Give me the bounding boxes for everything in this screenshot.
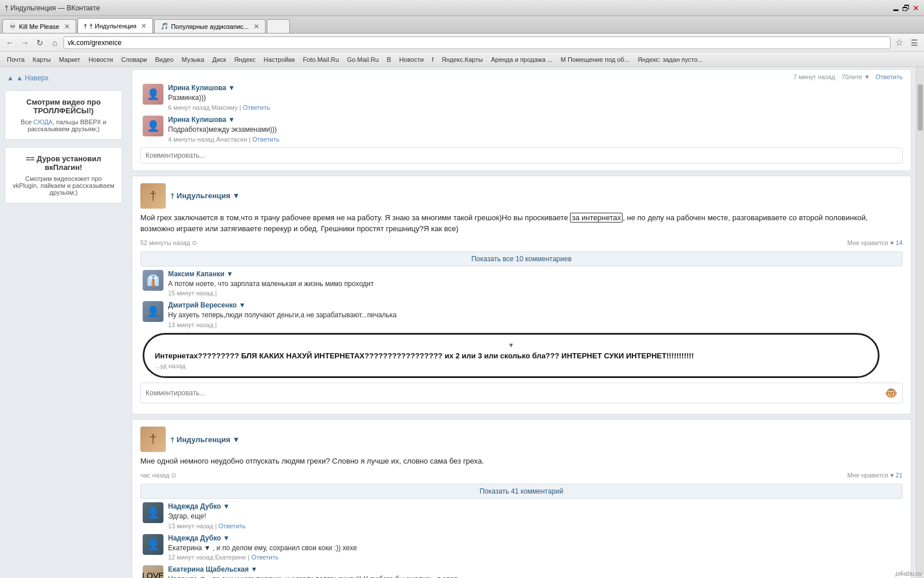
bookmark-nastroyki[interactable]: Настройки [260,55,298,64]
bookmark-star[interactable]: ☆ [893,36,906,49]
reply-link[interactable]: Ответить [243,104,270,111]
author-arrow-ind2: ▼ [232,435,240,444]
avatar-irina2: 👤 [143,116,163,136]
bookmark-fotomail[interactable]: Foto.Mail.Ru [299,55,342,64]
close-btn[interactable]: ✕ [912,3,919,13]
bookmark-zadano[interactable]: Яндекс: задан пусто... [634,55,706,64]
highlighted-comment: ▼ Интернетах????????? БЛЯ КАКИХ НАХУЙ ИН… [143,333,880,378]
comment-author-nadya1[interactable]: Надежда Дубко ▼ [168,502,900,510]
tab-killme[interactable]: 💀 Kill Me Please ✕ [2,19,76,33]
show-comments-btn-ind2[interactable]: Показать 41 комментарий [140,484,903,499]
tab-indulgence[interactable]: † † Индульгенция ✕ [77,18,153,33]
highlighted-author-arrow: ▼ [155,342,867,349]
reply-link2[interactable]: Ответить [252,136,280,143]
post-header-ind2: † † Индульгенция ▼ [140,427,903,452]
widget-link[interactable]: СЮДА [33,118,53,125]
scroll-top-reply: Ответить [875,73,903,80]
bookmark-pomesh[interactable]: М Помещение под об... [557,55,633,64]
indulgence-icon2: † [140,427,166,452]
tab-favicon: † [84,23,87,29]
reply-nadya2[interactable]: Ответить [251,554,278,561]
post-indulgence1: † † Индульгенция ▼ Мой грех заключается … [132,176,911,415]
bookmark-gomail[interactable]: Go.Mail.Ru [344,55,382,64]
comment-meta-nadya1: 13 минут назад | Ответить [168,523,900,529]
tab-empty[interactable] [267,19,290,33]
bookmark-maps[interactable]: Яндекс.Карты [438,55,486,64]
tab-audio[interactable]: 🎵 Популярные аудиозапис... ✕ [154,19,266,33]
tabs-bar: 💀 Kill Me Please ✕ † † Индульгенция ✕ 🎵 … [0,16,924,34]
bookmark-market[interactable]: Маркет [55,55,84,64]
highlighted-word: за интернетах [570,213,623,223]
bookmark-arenda[interactable]: Аренда и продажа ... [487,55,556,64]
bookmark-vk[interactable]: В [383,55,394,64]
avatar-indulgence1[interactable]: † [140,183,166,209]
scroll-top-likes: 70лите ▼ [841,73,870,80]
scrollbar-thumb[interactable] [918,84,923,131]
comment-meta-nadya2: 12 минут назад Екатерине | Ответить [168,554,900,561]
comment-author-dmitriy[interactable]: Дмитрий Вересенко ▼ [168,301,900,309]
emoji-picker[interactable]: 🐵 [885,387,897,399]
main-content: 7 минут назад 70лите ▼ Ответить 👤 Ирина … [127,67,916,578]
bookmark-fb[interactable]: f [429,55,437,64]
bookmark-karty[interactable]: Карты [29,55,54,64]
tab-close-killme[interactable]: ✕ [64,23,70,31]
avatar-nadya2: 👤 [143,534,163,555]
menu-button[interactable]: ☰ [908,36,921,49]
bookmark-muzyka[interactable]: Музыка [178,55,208,64]
post-likes-ind1: Мне нравится ♥ 14 [847,239,903,247]
comments-section-ind1: 👔 Максим Капанки ▼ А потом ноете, что за… [140,270,903,379]
comment-input-field-ind1[interactable] [146,389,885,397]
comment-author-maksim[interactable]: Максим Капанки ▼ [168,270,900,278]
comment-body-irina2: Ирина Кулишова ▼ Подработка)между экзаме… [168,116,900,143]
comment-body-dmitriy: Дмитрий Вересенко ▼ Ну ахуеть теперь,люд… [168,301,900,328]
post-author-block2: † Индульгенция ▼ [170,435,240,444]
forward-button[interactable]: → [18,36,31,49]
highlighted-comment-text: Интернетах????????? БЛЯ КАКИХ НАХУЙ ИНТЕ… [155,351,867,361]
comment-irina1: 👤 Ирина Кулишова ▼ Разминка))) 6 минут н… [140,84,903,111]
post-author-ind2[interactable]: † Индульгенция ▼ [170,435,240,444]
minimize-btn[interactable]: 🗕 [892,3,900,13]
comment-meta-dmitriy: 13 минут назад | [168,321,900,328]
avatar-maksim: 👔 [143,270,163,291]
comment-text-nadya1: Эдгар, еще! [168,512,900,521]
comment-body-irina1: Ирина Кулишова ▼ Разминка))) 6 минут наз… [168,84,900,111]
comment-author-katya[interactable]: Екатерина Щабельская ▼ [168,565,900,573]
bookmark-pochta[interactable]: Почта [3,55,28,64]
home-button[interactable]: ⌂ [49,36,61,49]
back-to-top[interactable]: ▲ ▲ Наверх [5,72,122,84]
post-author-ind1[interactable]: † Индульгенция ▼ [170,191,240,200]
back-icon: ▲ [7,74,14,82]
title-bar: † Индульгенция — ВКонтакте 🗕 🗗 ✕ [0,0,924,16]
tab-close-indulgence[interactable]: ✕ [141,22,147,30]
tab-label: Kill Me Please [19,23,59,30]
comments-section-ind2: 👤 Надежда Дубко ▼ Эдгар, еще! 13 минут н… [140,502,903,578]
comment-body-nadya2: Надежда Дубко ▼ Екатерина ▼ , и по делом… [168,534,900,561]
tab-favicon: 💀 [9,23,17,30]
bookmark-novosti[interactable]: Новости [85,55,117,64]
tab-close-audio[interactable]: ✕ [254,23,259,31]
comment-meta-irina1: 6 минут назад Максиму | Ответить [168,104,900,111]
comment-input-ind1: 🐵 [140,383,903,403]
bookmark-novosti2[interactable]: Новости [396,55,427,64]
comment-author-irina1[interactable]: Ирина Кулишова ▼ [168,84,900,92]
bookmark-video[interactable]: Видео [151,55,177,64]
address-bar[interactable] [64,36,891,49]
reload-button[interactable]: ↻ [33,36,46,49]
comment-body-katya: Екатерина Щабельская ▼ Надежда ▼ , да он… [168,565,900,578]
avatar-nadya1: 👤 [143,502,163,523]
bookmark-disk[interactable]: Диск [209,55,230,64]
bookmark-slovari[interactable]: Словари [118,55,151,64]
page-wrapper: ▲ ▲ Наверх Смотрим видео про ТРОЛЛФЕЙСЫ!… [0,67,924,578]
reply-nadya1[interactable]: Ответить [218,523,245,529]
maximize-btn[interactable]: 🗗 [902,3,910,13]
post-header-ind1: † † Индульгенция ▼ [140,183,903,209]
scrollbar[interactable] [916,67,924,578]
bookmark-yandex[interactable]: Яндекс [230,55,259,64]
show-comments-btn-ind1[interactable]: Показать все 10 комментариев [140,251,903,266]
avatar-indulgence2[interactable]: † [140,427,166,452]
comment-author-irina2[interactable]: Ирина Кулишова ▼ [168,116,900,124]
comment-input-field-top[interactable] [146,151,897,160]
comment-author-nadya2[interactable]: Надежда Дубко ▼ [168,534,900,542]
author-arrow: ▼ [228,116,235,124]
back-button[interactable]: ← [3,36,16,49]
